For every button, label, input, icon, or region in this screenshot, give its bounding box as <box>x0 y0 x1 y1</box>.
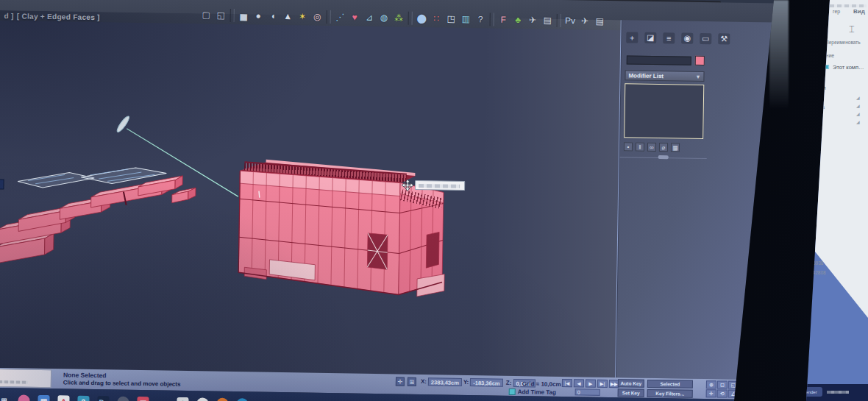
tab-utilities[interactable]: ⚒ <box>718 33 730 44</box>
zoom-icon[interactable]: ⊕ <box>706 380 716 388</box>
screen-edge-glare <box>769 0 789 110</box>
prompt-line: Click and drag to select and move object… <box>63 379 181 388</box>
tooltip-text-smudge <box>419 184 460 188</box>
key-filters-button[interactable]: Key Filters... <box>647 389 693 398</box>
app-acrobat-icon[interactable]: A <box>57 395 69 401</box>
rename-label[interactable]: Переименовать <box>825 40 861 45</box>
app-browser-icon[interactable] <box>18 394 29 401</box>
go-to-start-button[interactable]: |◀ <box>562 379 572 387</box>
pink-box-row[interactable] <box>0 173 196 266</box>
explorer-text-fragment: гер <box>833 9 840 14</box>
app-corel-icon[interactable]: C <box>236 398 248 401</box>
x-coordinate: X: 2383,43cm <box>421 377 462 386</box>
tab-modify[interactable]: ◪ <box>644 32 656 43</box>
this-pc-item[interactable]: Этот комп… <box>833 64 864 71</box>
object-tooltip <box>415 180 465 191</box>
main-monitor: ▢ ◱ ▅ ● ◖ ▲ ✶ ◎ <box>0 0 868 401</box>
set-key-button[interactable]: Set Key <box>618 388 644 397</box>
make-unique-button[interactable]: ∞ <box>647 143 656 152</box>
app-mail-icon[interactable]: ▥ <box>38 395 49 401</box>
modifier-stack[interactable] <box>624 83 704 139</box>
object-color-swatch[interactable] <box>695 56 705 65</box>
taskbar-text-smudge <box>827 391 849 394</box>
view-menu-item[interactable]: Вид <box>853 8 865 15</box>
explorer-title-smudge <box>830 4 867 7</box>
app-warning-icon[interactable]: ▲ <box>157 397 168 401</box>
configure-modifier-sets-button[interactable]: ▦ <box>671 143 680 152</box>
app-photoshop-icon[interactable]: Ps <box>97 396 109 401</box>
app-firefox-icon[interactable]: ● <box>196 397 208 401</box>
pin-stack-button[interactable]: ▪ <box>624 142 633 151</box>
selected-mode-dropdown[interactable]: Selected <box>647 380 693 388</box>
current-frame-field[interactable]: 0 <box>575 388 600 396</box>
maxscript-mini-listener[interactable] <box>0 369 51 388</box>
tree-expander-icons: ◢ ◢ ◢ ◢ <box>856 94 867 127</box>
app-settings-icon[interactable]: ◍ <box>216 398 228 401</box>
pan-icon[interactable]: ✛ <box>706 389 716 397</box>
y-label: Y: <box>463 379 469 386</box>
text-cursor-icon: ⌶ <box>849 24 855 35</box>
tab-display[interactable]: ▭ <box>700 33 711 44</box>
tab-hierarchy[interactable]: ≡ <box>663 32 675 43</box>
modifier-list-dropdown[interactable]: Modifier List ▼ <box>625 70 704 82</box>
selection-lock-toggle[interactable]: ✛ <box>396 377 405 386</box>
start-button[interactable]: ⊞ <box>0 394 10 401</box>
grid-size-label: Grid = 10,0cm <box>522 380 561 388</box>
tab-motion[interactable]: ◉ <box>681 33 693 44</box>
rollout-handle[interactable] <box>658 155 669 159</box>
time-tag-icon <box>509 388 516 395</box>
modifier-list-label: Modifier List <box>628 72 664 79</box>
perspective-viewport[interactable]: d ][ Clay + Edged Faces ] <box>0 10 622 377</box>
tab-create[interactable]: + <box>626 32 638 43</box>
object-name-field[interactable] <box>627 55 691 65</box>
zoom-all-icon[interactable]: ⊡ <box>717 380 728 388</box>
chevron-down-icon: ▼ <box>695 74 700 79</box>
modifier-stack-buttons: ▪ ‖ ∞ ⌀ ▦ <box>624 142 680 152</box>
3dsmax-window: ▢ ◱ ▅ ● ◖ ▲ ✶ ◎ <box>0 0 809 401</box>
system-tray: ♪ ⌨ ENG 8:53:19 13.05.2020 ▭ <box>641 398 716 401</box>
add-time-tag-label: Add Time Tag <box>518 388 556 396</box>
selection-status: None Selected <box>63 371 107 379</box>
app-person-icon[interactable]: ♟ <box>177 397 188 401</box>
show-end-result-button[interactable]: ‖ <box>636 143 644 152</box>
play-button[interactable]: ▶ <box>586 380 596 388</box>
z-label: Z: <box>506 380 512 386</box>
auto-key-button[interactable]: Auto Key <box>618 379 644 388</box>
orbit-icon[interactable]: ⟲ <box>717 389 728 397</box>
add-time-tag[interactable]: Add Time Tag <box>509 388 556 396</box>
x-value-field[interactable]: 2383,43cm <box>428 377 462 386</box>
listener-text-smudge <box>0 380 28 384</box>
app-sphere-icon[interactable]: ● <box>117 397 129 401</box>
app-3dsmax-icon[interactable]: 3 <box>77 396 89 401</box>
x-label: X: <box>421 378 427 385</box>
absolute-mode-toggle[interactable]: ⊞ <box>408 377 416 386</box>
animation-keying-controls: Auto Key Selected Set Key Key Filters... <box>618 379 705 398</box>
command-panel-tabs: + ◪ ≡ ◉ ▭ ⚒ <box>626 32 730 44</box>
app-revit-icon[interactable]: ▦ <box>137 397 149 401</box>
playback-controls: |◀ ◀ ▶ ▶| ▶▶ <box>562 379 619 388</box>
next-frame-button[interactable]: ▶| <box>597 380 608 388</box>
remove-modifier-button[interactable]: ⌀ <box>659 143 668 152</box>
taskbar-apps: ⊞ ▥ A 3 Ps ● ▦ <box>0 394 249 401</box>
scene-3d-model[interactable] <box>0 10 622 377</box>
photo-of-dual-monitor-setup: ▢ ◱ ▅ ● ◖ ▲ ✶ ◎ <box>0 0 868 401</box>
previous-frame-button[interactable]: ◀ <box>574 379 584 387</box>
